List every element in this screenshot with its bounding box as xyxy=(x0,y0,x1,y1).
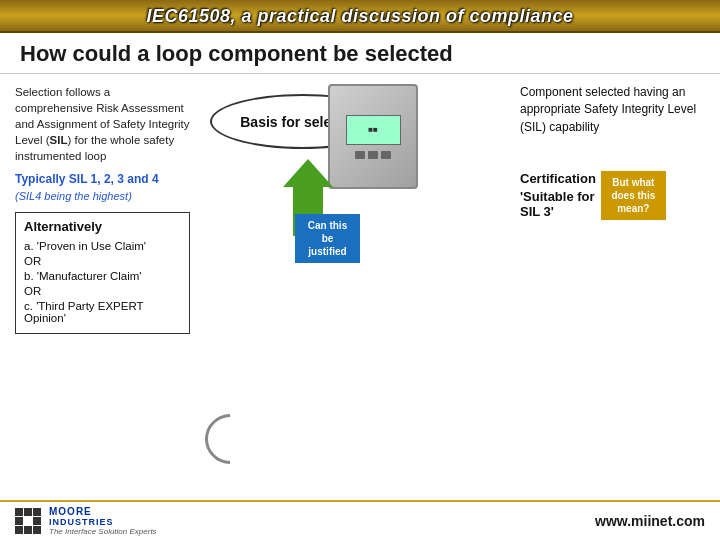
sil3-label: SIL 3' xyxy=(520,204,596,219)
moore-text: MOORE xyxy=(49,506,157,517)
logo-area: MOORE INDUSTRIES The Interface Solution … xyxy=(15,506,157,536)
logo-cell xyxy=(15,517,23,525)
website-text: www.miinet.com xyxy=(595,513,705,529)
can-justify-text: Can thisbejustified xyxy=(308,220,347,257)
device-btn-1 xyxy=(355,151,365,159)
can-justify-box: Can thisbejustified xyxy=(295,214,360,263)
cert-suitable-area: Certification 'Suitable for SIL 3' xyxy=(520,171,596,219)
tagline-text: The Interface Solution Experts xyxy=(49,527,157,536)
left-column: Selection follows a comprehensive Risk A… xyxy=(15,84,190,469)
banner-title: IEC61508, a practical discussion of comp… xyxy=(146,6,573,26)
logo-cell xyxy=(24,526,32,534)
alternatively-box: Alternatively a. 'Proven in Use Claim' O… xyxy=(15,212,190,334)
arrow-head xyxy=(283,159,333,187)
but-what-box: But whatdoes thismean? xyxy=(601,171,666,220)
device-screen: ■■ xyxy=(346,115,401,145)
typically-text: Typically SIL 1, 2, 3 and 4 xyxy=(15,172,190,186)
main-title: How could a loop component be selected xyxy=(0,33,720,74)
but-what-text: But whatdoes thismean? xyxy=(611,177,655,214)
device-buttons xyxy=(355,151,391,159)
alt-item-b: b. 'Manufacturer Claim' xyxy=(24,270,181,282)
alt-item-a: a. 'Proven in Use Claim' xyxy=(24,240,181,252)
alt-item-c: c. 'Third Party EXPERT Opinion' xyxy=(24,300,181,324)
device-image: ■■ xyxy=(328,84,418,189)
or-text-1: OR xyxy=(24,255,181,267)
device-screen-text: ■■ xyxy=(368,125,378,134)
logo-cell xyxy=(33,526,41,534)
sil4-note: (SIL4 being the highest) xyxy=(15,190,190,202)
certification-area: Certification 'Suitable for SIL 3' But w… xyxy=(520,171,705,220)
curved-arrow-deco xyxy=(195,404,266,475)
device-btn-2 xyxy=(368,151,378,159)
description-text: Selection follows a comprehensive Risk A… xyxy=(15,84,190,164)
footer: MOORE INDUSTRIES The Interface Solution … xyxy=(0,500,720,540)
logo-cell xyxy=(15,508,23,516)
or-text-2: OR xyxy=(24,285,181,297)
suitable-for-label: 'Suitable for xyxy=(520,189,596,204)
logo-cell xyxy=(24,517,32,525)
logo-cell xyxy=(24,508,32,516)
certification-label: Certification xyxy=(520,171,596,186)
logo-text: MOORE INDUSTRIES The Interface Solution … xyxy=(49,506,157,536)
alternatively-title: Alternatively xyxy=(24,219,181,234)
logo-cell xyxy=(33,517,41,525)
center-column: Basis for selection ■■ Can thisbejustifi… xyxy=(200,84,510,469)
logo-grid xyxy=(15,508,41,534)
logo-cell xyxy=(15,526,23,534)
right-column: Component selected having an appropriate… xyxy=(520,84,705,469)
main-title-text: How could a loop component be selected xyxy=(20,41,453,66)
content-area: Selection follows a comprehensive Risk A… xyxy=(0,74,720,479)
industries-text: INDUSTRIES xyxy=(49,517,157,527)
device-btn-3 xyxy=(381,151,391,159)
logo-cell xyxy=(33,508,41,516)
header-banner: IEC61508, a practical discussion of comp… xyxy=(0,0,720,33)
component-selected-text: Component selected having an appropriate… xyxy=(520,84,705,136)
